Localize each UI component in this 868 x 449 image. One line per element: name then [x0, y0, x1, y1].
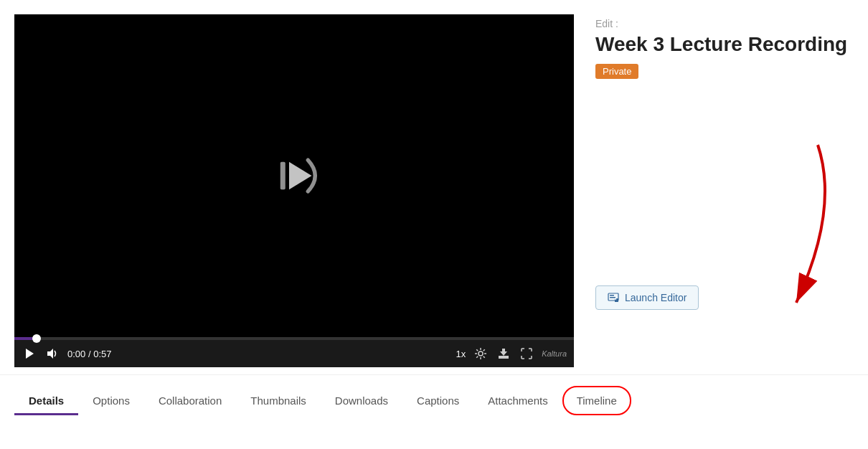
tab-options[interactable]: Options [78, 386, 144, 415]
tab-downloads[interactable]: Downloads [321, 386, 402, 415]
download-icon [497, 347, 510, 360]
tab-attachments[interactable]: Attachments [473, 386, 562, 415]
tab-details[interactable]: Details [14, 386, 78, 415]
svg-point-4 [478, 351, 483, 356]
play-pause-icon [23, 347, 36, 360]
play-overlay [269, 151, 319, 201]
video-section: 0:00 / 0:57 1x [14, 14, 574, 367]
play-icon [269, 151, 319, 201]
settings-icon [474, 347, 487, 360]
download-button[interactable] [496, 346, 511, 361]
svg-marker-1 [289, 162, 312, 190]
svg-rect-10 [610, 297, 615, 298]
right-panel: Edit : Week 3 Lecture Recording Private … [595, 14, 854, 367]
tab-collaboration[interactable]: Collaboration [144, 386, 236, 415]
svg-marker-2 [26, 349, 34, 359]
svg-rect-5 [499, 356, 509, 357]
editor-icon [608, 292, 619, 303]
annotation-arrow [674, 138, 854, 324]
settings-button[interactable] [473, 346, 489, 361]
tab-captions[interactable]: Captions [402, 386, 473, 415]
tab-timeline[interactable]: Timeline [562, 386, 631, 415]
private-badge: Private [595, 64, 638, 79]
progress-track[interactable] [14, 337, 574, 340]
speed-button[interactable]: 1x [456, 349, 466, 359]
tabs-list: Details Options Collaboration Thumbnails… [14, 386, 854, 415]
main-content: 0:00 / 0:57 1x [0, 0, 868, 367]
play-pause-button[interactable] [22, 346, 37, 361]
video-controls: 0:00 / 0:57 1x [14, 340, 574, 367]
launch-editor-button[interactable]: Launch Editor [595, 285, 699, 310]
svg-rect-0 [280, 162, 286, 190]
time-display: 0:00 / 0:57 [67, 349, 111, 359]
svg-rect-6 [499, 357, 509, 359]
fullscreen-button[interactable] [519, 346, 534, 361]
progress-fill [14, 337, 37, 340]
edit-label: Edit : [595, 18, 854, 29]
volume-icon [46, 347, 59, 360]
video-player[interactable] [14, 14, 574, 337]
svg-marker-3 [47, 349, 53, 359]
fullscreen-icon [520, 347, 533, 360]
volume-button[interactable] [44, 346, 60, 361]
kaltura-logo: Kaltura [542, 349, 567, 358]
tabs-section: Details Options Collaboration Thumbnails… [0, 374, 868, 415]
tab-thumbnails[interactable]: Thumbnails [236, 386, 321, 415]
svg-rect-9 [610, 295, 614, 296]
svg-marker-7 [500, 349, 507, 356]
video-title: Week 3 Lecture Recording [595, 32, 854, 57]
